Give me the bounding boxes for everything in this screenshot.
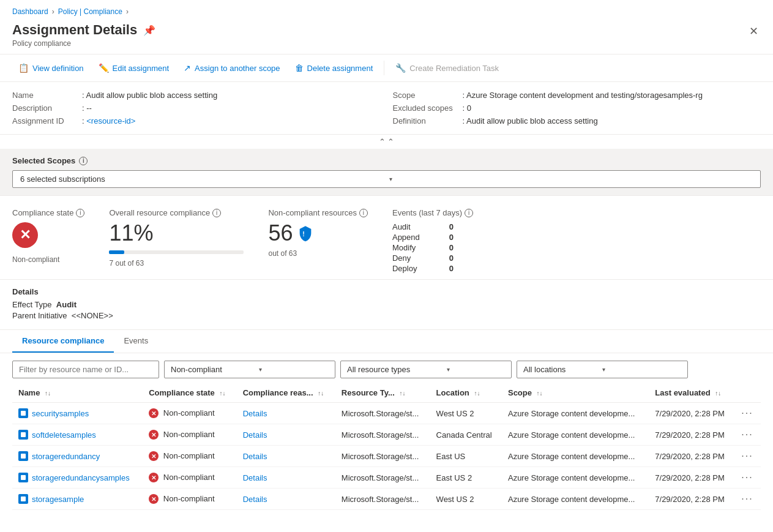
close-button[interactable]: ✕ [747,22,761,40]
noncompliant-resources-card: Non-compliant resources i 56 ! out of 63 [268,208,368,273]
tab-resource-compliance[interactable]: Resource compliance [12,330,114,353]
col-location[interactable]: Location ↑↓ [430,383,502,403]
overall-info-icon[interactable]: i [212,209,221,217]
breadcrumb-policy-compliance[interactable]: Policy | Compliance [58,7,122,16]
events-info-icon[interactable]: i [465,209,473,217]
pin-icon[interactable]: 📌 [143,24,155,36]
resource-filter-input[interactable] [12,361,159,378]
cell-last-evaluated: 7/29/2020, 2:28 PM [649,446,735,467]
cell-name: securitysamples [12,403,143,424]
cell-more-actions: ··· [735,446,761,467]
edit-assignment-button[interactable]: ✏️ Edit assignment [92,59,176,77]
excluded-scopes-value: : 0 [463,103,471,113]
cell-location: East US [430,446,502,467]
cell-scope: Azure Storage content developme... [502,467,649,489]
breadcrumb-dashboard[interactable]: Dashboard [12,7,48,16]
page-header: Assignment Details 📌 Policy compliance ✕ [0,20,773,54]
cell-compliance-state: ✕ Non-compliant [143,424,237,446]
cell-scope: Azure Storage content developme... [502,446,649,467]
event-count: 0 [449,264,473,273]
assign-icon: ↗ [184,63,191,73]
resource-link[interactable]: storageredundancy [18,451,136,461]
noncompliant-info-icon[interactable]: i [359,209,368,217]
table-header: Name ↑↓ Compliance state ↑↓ Compliance r… [12,383,761,403]
resource-link[interactable]: securitysamples [18,408,136,418]
status-x-icon: ✕ [149,408,159,418]
table-row: storagesample ✕ Non-compliant Details Mi… [12,489,761,510]
create-remediation-button[interactable]: 🔧 Create Remediation Task [389,59,505,77]
chevron-down-icon: ▾ [602,366,605,373]
details-link[interactable]: Details [243,473,267,482]
event-name: Deny [392,253,439,263]
event-count: 0 [449,233,473,242]
definition-label: Definition [393,116,460,126]
scopes-info-icon[interactable]: i [79,157,88,165]
scope-label: Scope [393,91,460,100]
overall-percent: 11% [109,222,244,244]
cell-compliance-state: ✕ Non-compliant [143,489,237,510]
view-definition-button[interactable]: 📋 View definition [12,59,90,77]
edit-icon: ✏️ [99,63,109,73]
resource-table-wrap: Name ↑↓ Compliance state ↑↓ Compliance r… [0,383,773,510]
col-compliance-reason[interactable]: Compliance reas... ↑↓ [237,383,335,403]
details-link[interactable]: Details [243,409,267,418]
assignment-id-label: Assignment ID [12,116,80,126]
event-count: 0 [449,243,473,252]
cell-more-actions: ··· [735,489,761,510]
col-compliance-state[interactable]: Compliance state ↑↓ [143,383,237,403]
assign-scope-button[interactable]: ↗ Assign to another scope [177,59,286,77]
col-resource-type[interactable]: Resource Ty... ↑↓ [335,383,430,403]
cell-resource-type: Microsoft.Storage/st... [335,403,430,424]
more-actions-button[interactable]: ··· [741,472,753,482]
scopes-dropdown[interactable]: 6 selected subscriptions ▾ [12,170,761,188]
cell-compliance-reason: Details [237,446,335,467]
events-card: Events (last 7 days) i Audit0Append0Modi… [392,208,473,273]
collapse-button[interactable]: ⌃ ⌃ [0,135,773,149]
col-scope[interactable]: Scope ↑↓ [502,383,649,403]
chevron-up-icon: ⌃ ⌃ [379,137,395,146]
noncompliant-count-row: 56 ! [268,222,368,244]
compliance-filter-value: Non-compliant [171,365,222,374]
resource-table: Name ↑↓ Compliance state ↑↓ Compliance r… [12,383,761,510]
more-actions-button[interactable]: ··· [741,408,753,418]
col-last-evaluated[interactable]: Last evaluated ↑↓ [649,383,735,403]
cell-name: storagesample [12,489,143,510]
cell-scope: Azure Storage content developme... [502,489,649,510]
col-name[interactable]: Name ↑↓ [12,383,143,403]
table-body: securitysamples ✕ Non-compliant Details … [12,403,761,510]
assignment-id-row: Assignment ID : <resource-id> [12,116,381,126]
more-actions-button[interactable]: ··· [741,493,753,504]
cell-scope: Azure Storage content developme... [502,403,649,424]
scope-value: : Azure Storage content development and … [463,91,703,100]
details-section: Name : Audit allow public blob access se… [0,82,773,135]
delete-assignment-button[interactable]: 🗑 Delete assignment [289,59,379,77]
tab-events[interactable]: Events [114,330,158,353]
details-info-section: Details Effect Type Audit Parent Initiat… [0,280,773,330]
resource-type-filter-dropdown[interactable]: All resource types ▾ [340,361,512,378]
cell-location: West US 2 [430,489,502,510]
description-label: Description [12,103,80,113]
toolbar-divider [384,61,384,75]
effect-type-value: Audit [56,300,77,309]
cell-name: softdeletesamples [12,424,143,446]
storage-icon [18,473,28,482]
event-name: Modify [392,243,439,252]
details-link[interactable]: Details [243,495,267,504]
svg-rect-4 [21,475,26,480]
resource-link[interactable]: softdeletesamples [18,430,136,440]
resource-link[interactable]: storageredundancysamples [18,473,136,482]
noncompliant-count: 56 [268,222,293,244]
resource-link[interactable]: storagesample [18,494,136,504]
event-name: Append [392,233,439,242]
event-name: Deploy [392,264,439,273]
location-filter-dropdown[interactable]: All locations ▾ [517,361,688,378]
compliance-state-info-icon[interactable]: i [76,209,84,217]
compliance-filter-dropdown[interactable]: Non-compliant ▾ [164,361,335,378]
details-link[interactable]: Details [243,452,267,461]
cell-last-evaluated: 7/29/2020, 2:28 PM [649,424,735,446]
details-link[interactable]: Details [243,430,267,440]
more-actions-button[interactable]: ··· [741,451,753,461]
more-actions-button[interactable]: ··· [741,429,753,440]
cell-compliance-reason: Details [237,489,335,510]
table-row: storageredundancy ✕ Non-compliant Detail… [12,446,761,467]
